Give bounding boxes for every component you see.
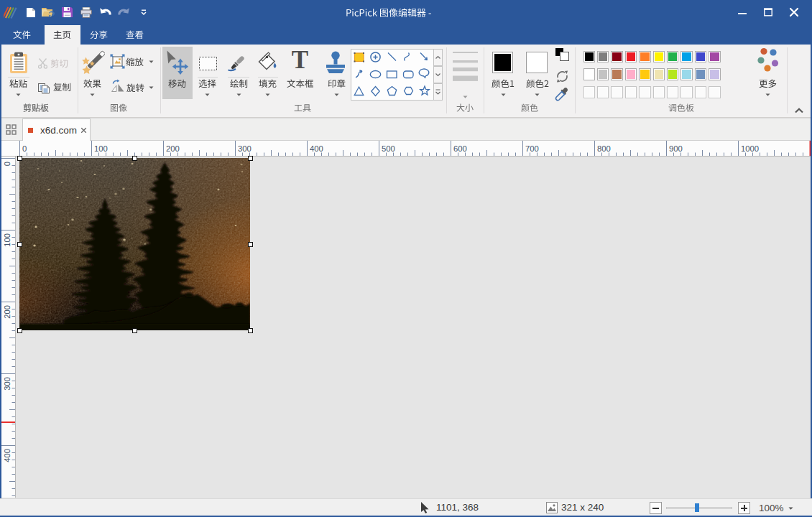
- svg-text:600: 600: [453, 144, 467, 153]
- svg-text:500: 500: [382, 144, 395, 153]
- svg-text:0: 0: [22, 144, 27, 153]
- svg-text:400: 400: [310, 144, 323, 153]
- svg-text:400: 400: [3, 449, 11, 462]
- svg-text:200: 200: [166, 144, 180, 153]
- svg-text:0: 0: [3, 162, 11, 166]
- svg-text:200: 200: [3, 305, 11, 319]
- svg-text:100: 100: [3, 233, 11, 247]
- svg-text:900: 900: [669, 144, 683, 153]
- svg-text:300: 300: [3, 377, 11, 391]
- svg-text:800: 800: [597, 144, 611, 153]
- svg-text:1000: 1000: [741, 144, 759, 153]
- svg-text:100: 100: [94, 144, 108, 153]
- svg-text:700: 700: [525, 144, 539, 153]
- svg-text:300: 300: [238, 144, 252, 153]
